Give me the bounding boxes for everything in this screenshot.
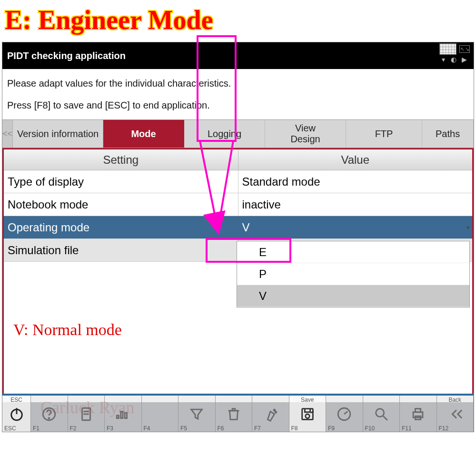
- instruction-line-2: Press [F8] to save and [ESC] to end appl…: [7, 97, 469, 114]
- setting-label: Notebook mode: [4, 193, 238, 216]
- dropdown-option-p[interactable]: P: [237, 263, 469, 285]
- gauge-icon: [326, 403, 363, 425]
- svg-point-10: [306, 414, 310, 418]
- fkey-f7[interactable]: F7: [252, 396, 289, 432]
- dropdown-option-v[interactable]: V: [237, 285, 469, 307]
- fkey-label-top: Save: [301, 397, 314, 403]
- save-icon: [289, 403, 326, 425]
- table-header-row: Setting Value: [4, 149, 472, 170]
- svg-point-8: [275, 411, 277, 413]
- back-icon: [437, 403, 474, 425]
- fkey-label-top: Back: [448, 397, 461, 403]
- fkey-f3[interactable]: F3: [105, 396, 142, 432]
- column-header-value[interactable]: Value: [238, 149, 473, 170]
- trash-icon: [216, 403, 252, 425]
- spray-icon: [252, 403, 289, 425]
- circle-icon[interactable]: ◐: [450, 56, 457, 63]
- help-icon: [31, 403, 68, 425]
- fkey-f8-save[interactable]: Save F8: [289, 396, 327, 432]
- setting-label: Type of display: [4, 170, 238, 193]
- operating-mode-dropdown: E P V: [237, 241, 470, 307]
- expand-icon[interactable]: ↖↘: [459, 45, 470, 53]
- blank-icon: [142, 403, 178, 425]
- fkey-f12-back[interactable]: Back F12: [437, 396, 474, 432]
- fkey-f5[interactable]: F5: [178, 396, 216, 432]
- dropdown-option-e[interactable]: E: [237, 241, 469, 263]
- printer-icon: [400, 403, 436, 425]
- tab-paths[interactable]: Paths: [422, 120, 474, 148]
- tab-mode[interactable]: Mode: [103, 120, 184, 148]
- power-icon: [2, 403, 30, 425]
- funnel-icon[interactable]: ▾: [439, 56, 447, 63]
- tab-logging[interactable]: Logging: [184, 120, 265, 148]
- tab-bar: << Version information Mode Logging View…: [2, 119, 474, 148]
- fkey-f1[interactable]: F1: [31, 396, 68, 432]
- setting-label: Operating mode: [4, 216, 238, 238]
- fkey-f10[interactable]: F10: [363, 396, 400, 432]
- instruction-line-1: Please adapt values for the individual c…: [7, 75, 469, 92]
- search-icon: [363, 403, 400, 425]
- svg-line-13: [383, 416, 387, 420]
- dropdown-toggle-icon[interactable]: ▾: [465, 216, 471, 239]
- grid-menu-icon[interactable]: [439, 43, 456, 55]
- row-operating-mode[interactable]: Operating mode V: [4, 216, 472, 239]
- tab-ftp[interactable]: FTP: [346, 120, 422, 148]
- window-topbar: PIDT checking application ↖↘ ▾ ◐ ▶: [2, 42, 474, 69]
- function-key-bar: ESC ESC F1 F2 F3 F4 F: [2, 394, 474, 432]
- document-icon: [68, 403, 105, 425]
- setting-value[interactable]: V: [238, 216, 473, 238]
- fkey-f11[interactable]: F11: [400, 396, 437, 432]
- topbar-right-controls: ↖↘: [439, 43, 470, 55]
- row-type-of-display[interactable]: Type of display Standard mode: [4, 170, 472, 193]
- tab-scroll-left[interactable]: <<: [2, 120, 13, 148]
- fkey-label-bottom: ESC: [2, 425, 30, 432]
- row-notebook-mode[interactable]: Notebook mode inactive: [4, 193, 472, 216]
- fkey-esc[interactable]: ESC ESC: [2, 396, 31, 432]
- tab-version-information[interactable]: Version information: [13, 120, 103, 148]
- svg-point-12: [376, 409, 384, 417]
- fkey-f6[interactable]: F6: [216, 396, 253, 432]
- topbar-tool-icons: ▾ ◐ ▶: [439, 56, 468, 63]
- fkey-f9[interactable]: F9: [326, 396, 363, 432]
- funnel-icon: [178, 403, 215, 425]
- setting-value[interactable]: Standard mode: [238, 170, 473, 193]
- fkey-f2[interactable]: F2: [68, 396, 105, 432]
- fkey-label-top: ESC: [10, 397, 22, 403]
- play-icon[interactable]: ▶: [460, 56, 468, 63]
- tab-view-design[interactable]: View Design: [265, 120, 346, 148]
- annotation-normal-mode: V: Normal mode: [13, 321, 122, 339]
- setting-value[interactable]: inactive: [238, 193, 473, 216]
- instruction-block: Please adapt values for the individual c…: [2, 69, 474, 119]
- setting-label: Simulation file: [4, 239, 238, 261]
- column-header-setting[interactable]: Setting: [4, 149, 238, 170]
- app-window: PIDT checking application ↖↘ ▾ ◐ ▶ Pleas…: [2, 42, 474, 432]
- fkey-f4[interactable]: F4: [142, 396, 179, 432]
- signal-icon: [105, 403, 141, 425]
- svg-rect-15: [416, 409, 421, 412]
- svg-point-7: [274, 409, 275, 411]
- annotation-engineer-mode: E: Engineer Mode: [5, 5, 213, 35]
- app-title: PIDT checking application: [7, 50, 126, 61]
- settings-table: Setting Value Type of display Standard m…: [2, 148, 474, 425]
- svg-point-3: [49, 418, 50, 419]
